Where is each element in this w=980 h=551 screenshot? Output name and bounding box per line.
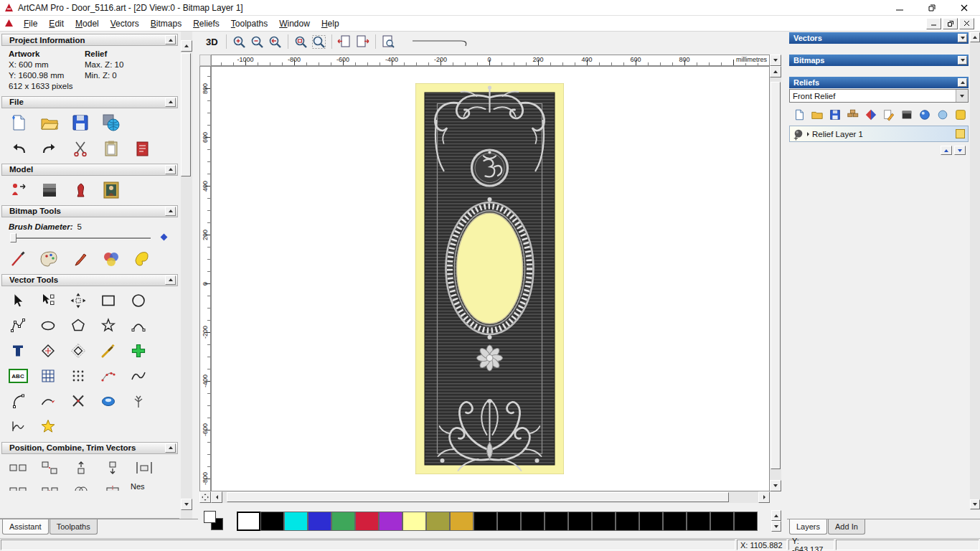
collapse-reliefs-button[interactable] [958, 78, 967, 87]
colour-shade-icon[interactable] [952, 107, 969, 123]
tree-branch-icon[interactable] [123, 389, 154, 414]
scroll-thumb[interactable] [181, 53, 191, 176]
shape-editor-icon[interactable] [862, 107, 880, 123]
tab-layers[interactable]: Layers [789, 519, 827, 534]
new-model-icon[interactable] [4, 110, 33, 135]
rollup-button[interactable] [165, 165, 176, 174]
menu-item[interactable]: Window [273, 17, 316, 31]
palette-swatch[interactable] [568, 512, 592, 531]
greyscale-from-relief-icon[interactable] [35, 178, 64, 202]
mdi-restore-button[interactable] [943, 18, 958, 29]
menu-item[interactable]: Reliefs [187, 17, 225, 31]
palette-down-button[interactable] [771, 521, 781, 532]
palette-scroll[interactable] [771, 510, 781, 532]
palette-swatch[interactable] [426, 512, 450, 531]
rollup-button[interactable] [165, 98, 176, 107]
menu-item[interactable]: Bitmaps [145, 17, 187, 31]
menu-item[interactable]: Edit [43, 17, 70, 31]
wand-icon[interactable] [93, 339, 123, 364]
horizontal-scrollbar[interactable] [211, 491, 770, 503]
select-vectors-icon[interactable] [3, 288, 33, 314]
paste-along-curve-icon[interactable] [93, 364, 123, 389]
greyscale-icon[interactable] [898, 107, 915, 123]
create-polyline-icon[interactable] [3, 314, 33, 339]
create-rectangle-icon[interactable] [93, 288, 123, 314]
palette-swatch[interactable] [308, 512, 331, 531]
zoom-previous-icon[interactable] [267, 34, 283, 50]
align-objects-h-icon[interactable] [4, 457, 32, 479]
make-grid-icon[interactable] [33, 364, 63, 389]
panel-scrollbar[interactable] [970, 32, 980, 510]
section-profile-icon[interactable] [3, 414, 33, 439]
transform-vectors-icon[interactable] [63, 288, 93, 314]
palette-swatch[interactable] [545, 512, 568, 531]
slider-handle[interactable] [10, 233, 17, 242]
group-icon[interactable] [4, 481, 32, 491]
import-model-icon[interactable] [97, 110, 126, 135]
rollup-button[interactable] [165, 207, 176, 216]
palette-swatch[interactable] [639, 512, 663, 531]
minimize-button[interactable] [883, 0, 915, 16]
palette-swatch[interactable] [663, 512, 687, 531]
flood-fill-icon[interactable] [128, 247, 156, 271]
restore-button[interactable] [915, 0, 948, 16]
zoom-in-icon[interactable] [231, 34, 248, 50]
rollup-button[interactable] [165, 443, 176, 453]
release-notes-icon[interactable] [128, 136, 156, 161]
open-layer-icon[interactable] [809, 107, 826, 123]
rollup-button[interactable] [165, 276, 176, 285]
fit-arcs-icon[interactable] [123, 364, 154, 389]
layer-preview-icon[interactable] [793, 128, 804, 141]
primary-colour-swatch[interactable] [204, 511, 216, 523]
previous-bitmap-layer-icon[interactable] [336, 34, 353, 50]
redo-icon[interactable] [35, 136, 64, 161]
switch-to-3d-button[interactable]: 3D [202, 36, 222, 48]
palette-swatch[interactable] [473, 512, 497, 531]
set-model-size-icon[interactable] [4, 178, 33, 202]
bitmaps-header[interactable]: Bitmaps [789, 55, 969, 66]
palette-swatch[interactable] [687, 512, 710, 531]
palette-swatch[interactable] [379, 512, 402, 531]
palette-swatch[interactable] [521, 512, 545, 531]
align-objects-d-icon[interactable] [36, 457, 63, 479]
paste-icon[interactable] [97, 136, 126, 161]
palette-swatch[interactable] [355, 512, 379, 531]
relief-from-image-icon[interactable] [66, 178, 95, 202]
close-button[interactable] [948, 0, 980, 16]
scroll-thumb[interactable] [771, 82, 781, 469]
palette-swatch[interactable] [402, 512, 426, 531]
menu-item[interactable]: Help [316, 17, 345, 31]
menu-item[interactable]: File [18, 17, 43, 31]
zoom-out-icon[interactable] [249, 34, 265, 50]
palette-swatch[interactable] [450, 512, 473, 531]
mdi-minimize-button[interactable] [926, 18, 941, 29]
mdi-close-button[interactable] [959, 18, 974, 29]
scroll-left-button[interactable] [211, 491, 222, 503]
sparkle-icon[interactable] [33, 414, 63, 439]
extrude-icon[interactable] [93, 389, 123, 414]
layer-colour-icon[interactable] [956, 129, 965, 138]
save-model-icon[interactable] [66, 110, 95, 135]
menu-item[interactable]: Vectors [105, 17, 145, 31]
next-bitmap-layer-icon[interactable] [354, 34, 371, 50]
tab-add-in[interactable]: Add In [828, 519, 865, 534]
align-top-icon[interactable] [67, 457, 95, 479]
create-circle-icon[interactable] [123, 288, 154, 314]
scroll-up-button[interactable] [181, 40, 192, 52]
palette-swatch[interactable] [734, 512, 758, 531]
palette-swatch[interactable] [497, 512, 521, 531]
primary-secondary-colours[interactable] [202, 509, 225, 532]
zoom-fit-icon[interactable] [311, 34, 327, 50]
relief-layer-row[interactable]: Relief Layer 1 [789, 126, 969, 142]
vertical-scrollbar[interactable] [770, 66, 781, 491]
move-layer-up-button[interactable] [941, 146, 952, 155]
preview-bitmap-icon[interactable] [380, 34, 397, 50]
line-width-tool[interactable] [410, 35, 478, 48]
scroll-right-button[interactable] [758, 491, 770, 503]
tab-assistant[interactable]: Assistant [2, 519, 49, 534]
paint-icon[interactable] [4, 247, 33, 271]
relief-selector[interactable]: Front Relief [789, 89, 969, 103]
menu-item[interactable]: Model [70, 17, 105, 31]
load-bitmap-icon[interactable] [97, 178, 126, 202]
scroll-thumb[interactable] [227, 492, 729, 502]
